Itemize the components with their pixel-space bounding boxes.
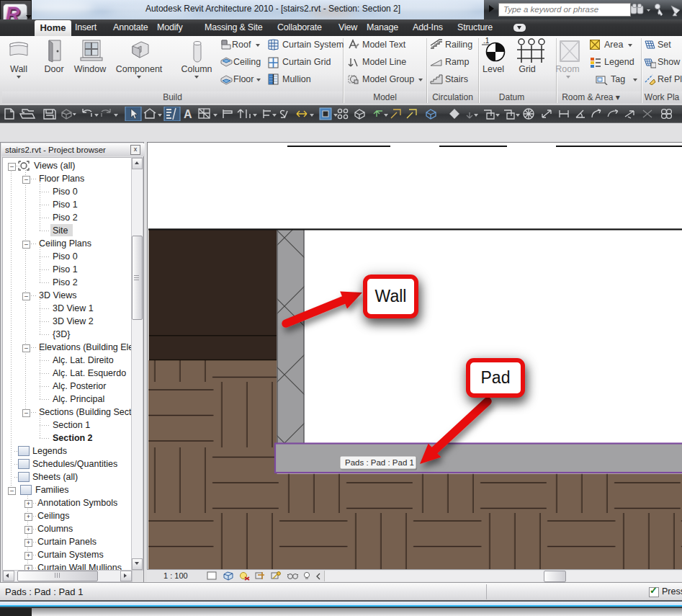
svg-text:A: A bbox=[184, 108, 192, 120]
svg-text:.1: .1 bbox=[483, 37, 490, 45]
svg-text:Pads : Pad : Pad 1: Pads : Pad : Pad 1 bbox=[345, 458, 414, 467]
